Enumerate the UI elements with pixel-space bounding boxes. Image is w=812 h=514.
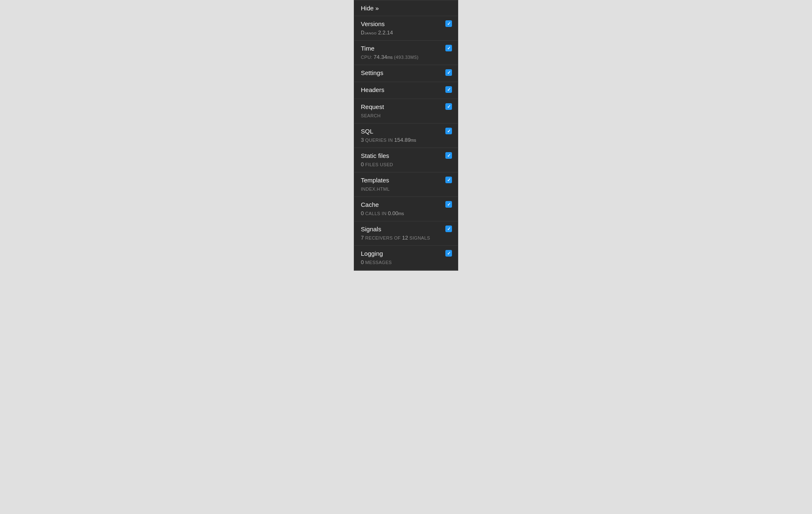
panel-item-logging[interactable]: Logging 0 MESSAGES bbox=[354, 246, 458, 270]
headers-checkbox[interactable] bbox=[445, 86, 452, 93]
headers-title: Headers bbox=[361, 86, 451, 93]
request-title: Request bbox=[361, 103, 451, 110]
templates-subtitle: INDEX.HTML bbox=[361, 187, 390, 192]
static-files-checkbox[interactable] bbox=[445, 152, 452, 159]
static-files-title: Static files bbox=[361, 152, 451, 159]
cache-checkbox[interactable] bbox=[445, 201, 452, 208]
versions-subtitle: Django 2.2.14 bbox=[361, 30, 393, 35]
logging-checkbox[interactable] bbox=[445, 250, 452, 257]
time-subtitle: CPU: 74.34ms (493.33ms) bbox=[361, 55, 418, 60]
request-subtitle: SEARCH bbox=[361, 113, 381, 118]
time-title: Time bbox=[361, 45, 451, 52]
panel-item-static-files[interactable]: Static files 0 FILES USED bbox=[354, 148, 458, 172]
static-files-subtitle: 0 FILES USED bbox=[361, 162, 393, 167]
request-checkbox[interactable] bbox=[445, 103, 452, 110]
panel-item-versions[interactable]: Versions Django 2.2.14 bbox=[354, 16, 458, 41]
hide-label: Hide » bbox=[361, 5, 379, 12]
templates-title: Templates bbox=[361, 177, 451, 184]
panel-item-sql[interactable]: SQL 3 QUERIES IN 154.89ms bbox=[354, 124, 458, 148]
versions-title: Versions bbox=[361, 20, 451, 27]
debug-toolbar-panel: Hide » Versions Django 2.2.14 Time CPU: … bbox=[354, 0, 458, 271]
cache-title: Cache bbox=[361, 201, 451, 208]
versions-checkbox[interactable] bbox=[445, 20, 452, 27]
signals-checkbox[interactable] bbox=[445, 225, 452, 232]
time-checkbox[interactable] bbox=[445, 45, 452, 51]
panel-item-signals[interactable]: Signals 7 RECEIVERS OF 12 SIGNALS bbox=[354, 221, 458, 246]
panel-item-templates[interactable]: Templates INDEX.HTML bbox=[354, 172, 458, 197]
panel-item-request[interactable]: Request SEARCH bbox=[354, 99, 458, 124]
panel-item-time[interactable]: Time CPU: 74.34ms (493.33ms) bbox=[354, 41, 458, 65]
sql-subtitle: 3 QUERIES IN 154.89ms bbox=[361, 138, 416, 143]
hide-button[interactable]: Hide » bbox=[354, 0, 458, 16]
settings-title: Settings bbox=[361, 69, 451, 76]
logging-subtitle: 0 MESSAGES bbox=[361, 260, 392, 265]
panel-item-cache[interactable]: Cache 0 CALLS IN 0.00ms bbox=[354, 197, 458, 221]
sql-title: SQL bbox=[361, 128, 451, 135]
settings-checkbox[interactable] bbox=[445, 69, 452, 76]
signals-title: Signals bbox=[361, 225, 451, 233]
signals-subtitle: 7 RECEIVERS OF 12 SIGNALS bbox=[361, 235, 430, 240]
logging-title: Logging bbox=[361, 250, 451, 257]
templates-checkbox[interactable] bbox=[445, 177, 452, 183]
panel-item-headers[interactable]: Headers bbox=[354, 82, 458, 99]
sql-checkbox[interactable] bbox=[445, 128, 452, 134]
cache-subtitle: 0 CALLS IN 0.00ms bbox=[361, 211, 404, 216]
panel-item-settings[interactable]: Settings bbox=[354, 65, 458, 82]
